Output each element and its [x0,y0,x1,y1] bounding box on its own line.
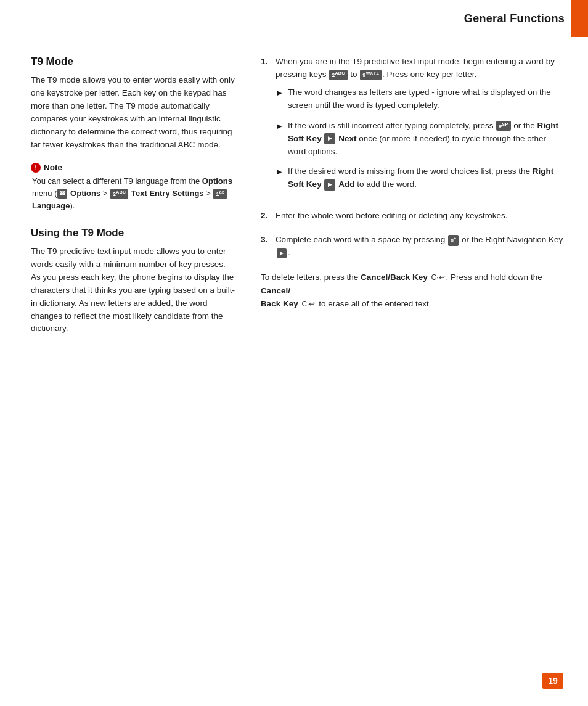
item-3-text: Complete each word with a space by press… [276,234,563,260]
using-t9-title: Using the T9 Mode [31,227,236,239]
bullet-3-text: If the desired word is missing from the … [288,165,563,191]
using-t9-body: The T9 predictive text input mode allows… [31,245,236,335]
bold-add: Add [338,179,354,189]
bold-cancel-back-1: Cancel/Back Key [361,273,428,282]
left-column: T9 Mode The T9 mode allows you to enter … [31,55,255,347]
item-3-number: 3. [261,234,272,260]
bullet-1-text: The word changes as letters are typed - … [288,86,563,112]
nav-key-icon [277,248,287,258]
bullet-2-text: If the word is still incorrect after typ… [288,120,563,158]
bullet-arrow-1: ► [276,87,284,112]
key-zero: 0+ [448,235,459,246]
item-2-text: Enter the whole word before editing or d… [276,210,508,223]
cancel-key-icon-2: C·↩ [301,298,315,310]
item-1-text: When you are in the T9 predictive text i… [276,57,555,79]
item-1-content: When you are in the T9 predictive text i… [276,55,563,199]
page-header: General Functions [0,0,588,37]
t9-mode-section: T9 Mode The T9 mode allows you to enter … [31,55,236,152]
list-item-3: 3. Complete each word with a space by pr… [261,234,563,260]
bold-cancel-back-2: Cancel/ [261,286,290,295]
bullet-list-1: ► The word changes as letters are typed … [276,86,563,191]
item-2-number: 2. [261,210,272,223]
bullet-arrow-3: ► [276,166,284,191]
header-accent-bar [571,0,588,37]
delete-section: To delete letters, press the Cancel/Back… [261,271,563,311]
key-2abc-right: 2ABC [329,70,347,80]
cancel-key-icon-1: C·↩ [431,272,445,284]
note-title: ! Note [31,163,236,173]
bullet-item-3: ► If the desired word is missing from th… [276,165,563,191]
item-1-number: 1. [261,55,272,199]
main-content: T9 Mode The T9 mode allows you to enter … [0,55,588,371]
key-2abc: 2ABC [110,189,128,199]
right-column: 1. When you are in the T9 predictive tex… [255,55,563,347]
options-menu-icon [57,189,67,199]
note-icon: ! [31,163,41,173]
bold-back-key: Back Key [261,299,298,308]
bullet-item-1: ► The word changes as letters are typed … [276,86,563,112]
using-t9-section: Using the T9 Mode The T9 predictive text… [31,227,236,335]
bold-next: Next [338,134,356,143]
t9-mode-title: T9 Mode [31,55,236,68]
page-number: 19 [542,673,563,689]
note-bold-text-entry: Text Entry Settings [131,189,204,198]
numbered-list: 1. When you are in the T9 predictive tex… [261,55,563,260]
note-bold-options2: Options [70,189,100,198]
page: General Functions T9 Mode The T9 mode al… [0,0,588,706]
list-item-1: 1. When you are in the T9 predictive tex… [261,55,563,199]
key-9wxyz: 9WXYZ [360,70,382,80]
note-bold-options: Options [202,176,232,186]
bullet-arrow-2: ► [276,120,284,158]
right-soft-key-icon-1 [324,133,335,144]
key-hash: #SP [496,121,510,131]
note-body: You can select a different T9 language f… [31,175,236,212]
bullet-item-2: ► If the word is still incorrect after t… [276,120,563,158]
note-box: ! Note You can select a different T9 lan… [31,163,236,212]
note-label: Note [44,163,62,172]
note-bold-language: Language [32,201,70,210]
key-1ab: 1ab [213,189,227,199]
page-title: General Functions [452,0,565,37]
right-soft-key-icon-2 [324,179,335,191]
t9-mode-body: The T9 mode allows you to enter words ea… [31,74,236,152]
list-item-2: 2. Enter the whole word before editing o… [261,210,563,223]
